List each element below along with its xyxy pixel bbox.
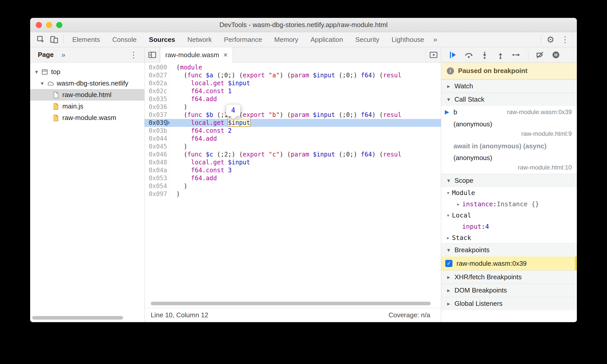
- line-offset[interactable]: 0x03b: [145, 127, 170, 135]
- disclosure-triangle-icon[interactable]: ▾: [444, 190, 452, 196]
- pause-on-exceptions-button[interactable]: [549, 49, 563, 61]
- code-line-0x053[interactable]: 0x053 f64.add: [145, 174, 441, 182]
- disclosure-triangle-icon[interactable]: ▸: [445, 287, 452, 294]
- code-text[interactable]: (func $b (;1;) (export "b") (param $inpu…: [170, 111, 441, 119]
- code-text[interactable]: f64.add: [170, 135, 441, 143]
- code-line-0x039[interactable]: 0x039 local.get $input: [145, 119, 441, 127]
- code-text[interactable]: ): [170, 190, 441, 198]
- deactivate-breakpoints-button[interactable]: [533, 49, 547, 61]
- line-offset[interactable]: 0x02a: [145, 79, 170, 87]
- code-text[interactable]: f64.const 2: [170, 127, 441, 135]
- code-text[interactable]: f64.const 1: [170, 87, 441, 95]
- tab-memory[interactable]: Memory: [268, 32, 305, 47]
- tab-performance[interactable]: Performance: [218, 32, 268, 47]
- tab-console[interactable]: Console: [106, 32, 143, 47]
- line-offset[interactable]: 0x097: [145, 190, 170, 198]
- code-line-0x036[interactable]: 0x036 ): [145, 103, 441, 111]
- tree-item-main-js[interactable]: main.js: [30, 101, 144, 112]
- inspect-element-button[interactable]: [34, 33, 48, 46]
- disclosure-triangle-icon[interactable]: ▾: [445, 96, 452, 103]
- line-offset[interactable]: 0x035: [145, 95, 170, 103]
- zoom-window-button[interactable]: [56, 22, 62, 28]
- code-line-0x044[interactable]: 0x044 f64.add: [145, 135, 441, 143]
- disclosure-triangle-icon[interactable]: ▸: [445, 274, 452, 281]
- line-offset[interactable]: 0x027: [145, 71, 170, 79]
- step-into-button[interactable]: [478, 49, 491, 61]
- code-text[interactable]: local.get $input: [170, 159, 441, 166]
- step-button[interactable]: [510, 49, 523, 61]
- tab-elements[interactable]: Elements: [66, 32, 106, 47]
- code-text[interactable]: (module: [170, 64, 441, 71]
- section-xhr-breakpoints[interactable]: ▸ XHR/fetch Breakpoints: [441, 270, 577, 284]
- disclosure-triangle-icon[interactable]: ▾: [445, 247, 452, 253]
- code-line-0x000[interactable]: 0x000(module: [145, 64, 441, 71]
- devtools-menu-icon[interactable]: ⋮: [557, 35, 573, 44]
- code-text[interactable]: ): [170, 182, 441, 190]
- tab-sources[interactable]: Sources: [143, 32, 181, 47]
- resume-button[interactable]: [446, 49, 460, 61]
- scope-row-input[interactable]: input: 4: [441, 221, 577, 232]
- code-line-0x02a[interactable]: 0x02a local.get $input: [145, 79, 441, 87]
- code-text[interactable]: f64.const 3: [170, 166, 441, 174]
- breakpoint-item[interactable]: ✓raw-module.wasm:0x39: [441, 257, 577, 270]
- line-offset[interactable]: 0x036: [145, 103, 170, 111]
- section-watch[interactable]: ▸ Watch: [441, 79, 577, 93]
- code-line-0x046[interactable]: 0x046 (func $c (;2;) (export "c") (param…: [145, 151, 441, 159]
- code-editor[interactable]: 0x000(module0x027 (func $a (;0;) (export…: [145, 63, 441, 308]
- section-call-stack[interactable]: ▾ Call Stack: [441, 93, 577, 106]
- line-offset[interactable]: 0x02c: [145, 87, 170, 95]
- close-tab-icon[interactable]: ×: [223, 51, 228, 59]
- call-stack-frame[interactable]: ▶braw-module.wasm:0x39: [441, 106, 577, 118]
- window-titlebar[interactable]: DevTools - wasm-dbg-stories.netlify.app/…: [30, 18, 577, 32]
- line-offset[interactable]: 0x046: [145, 151, 170, 159]
- call-stack-frame[interactable]: (anonymous)raw-module.html:9: [441, 118, 577, 140]
- tree-item-wasm-dbg-stories-netlify[interactable]: ▾wasm-dbg-stories.netlify: [30, 78, 144, 89]
- section-scope[interactable]: ▾ Scope: [441, 174, 577, 187]
- code-text[interactable]: local.get $input: [170, 119, 441, 127]
- tree-item-raw-module-html[interactable]: raw-module.html: [30, 89, 144, 101]
- navigator-more-tabs-icon[interactable]: »: [58, 51, 68, 59]
- line-offset[interactable]: 0x037: [145, 111, 170, 119]
- code-text[interactable]: (func $c (;2;) (export "c") (param $inpu…: [170, 151, 441, 159]
- more-tabs-icon[interactable]: »: [430, 35, 440, 44]
- editor-horizontal-scrollbar[interactable]: [151, 302, 431, 305]
- tab-network[interactable]: Network: [181, 32, 218, 47]
- disclosure-triangle-icon[interactable]: ▾: [444, 212, 452, 219]
- scope-row-local[interactable]: ▾Local: [441, 210, 577, 221]
- section-dom-breakpoints[interactable]: ▸ DOM Breakpoints: [441, 284, 577, 297]
- disclosure-triangle-icon[interactable]: ▸: [445, 83, 452, 90]
- close-window-button[interactable]: [36, 22, 42, 28]
- toggle-debugger-sidebar-button[interactable]: [426, 47, 441, 62]
- scope-row-stack[interactable]: ▸Stack: [441, 232, 577, 243]
- breakpoint-checkbox[interactable]: ✓: [445, 260, 452, 267]
- step-over-button[interactable]: [462, 49, 475, 61]
- tree-item-raw-module-wasm[interactable]: raw-module.wasm: [30, 112, 144, 124]
- code-text[interactable]: f64.add: [170, 95, 441, 103]
- step-out-button[interactable]: [494, 49, 507, 61]
- code-text[interactable]: ): [170, 143, 441, 151]
- section-global-listeners[interactable]: ▸ Global Listeners: [441, 297, 577, 310]
- line-offset[interactable]: 0x04a: [145, 166, 170, 174]
- line-offset[interactable]: 0x045: [145, 143, 170, 151]
- navigator-horizontal-scrollbar[interactable]: [32, 316, 123, 320]
- disclosure-triangle-icon[interactable]: ▾: [445, 177, 452, 184]
- code-line-0x048[interactable]: 0x048 local.get $input: [145, 159, 441, 166]
- settings-gear-icon[interactable]: ⚙: [544, 34, 557, 45]
- call-stack-frame[interactable]: (anonymous)raw-module.html:10: [441, 152, 577, 174]
- tree-item-top[interactable]: ▾top: [30, 66, 144, 78]
- disclosure-triangle-icon[interactable]: ▾: [38, 80, 46, 87]
- toggle-navigator-button[interactable]: [145, 47, 160, 62]
- disclosure-triangle-icon[interactable]: ▾: [33, 69, 40, 75]
- tab-lighthouse[interactable]: Lighthouse: [386, 32, 430, 47]
- code-line-0x037[interactable]: 0x037 (func $b (;1;) (export "b") (param…: [145, 111, 441, 119]
- line-offset[interactable]: 0x053: [145, 174, 170, 182]
- minimize-window-button[interactable]: [46, 22, 52, 28]
- code-text[interactable]: f64.add: [170, 174, 441, 182]
- disclosure-triangle-icon[interactable]: ▸: [445, 300, 452, 307]
- line-offset[interactable]: 0x054: [145, 182, 170, 190]
- device-toolbar-button[interactable]: [48, 33, 61, 46]
- code-line-0x02c[interactable]: 0x02c f64.const 1: [145, 87, 441, 95]
- tab-security[interactable]: Security: [349, 32, 386, 47]
- code-line-0x054[interactable]: 0x054 ): [145, 182, 441, 190]
- navigator-menu-icon[interactable]: ⋮: [126, 50, 141, 60]
